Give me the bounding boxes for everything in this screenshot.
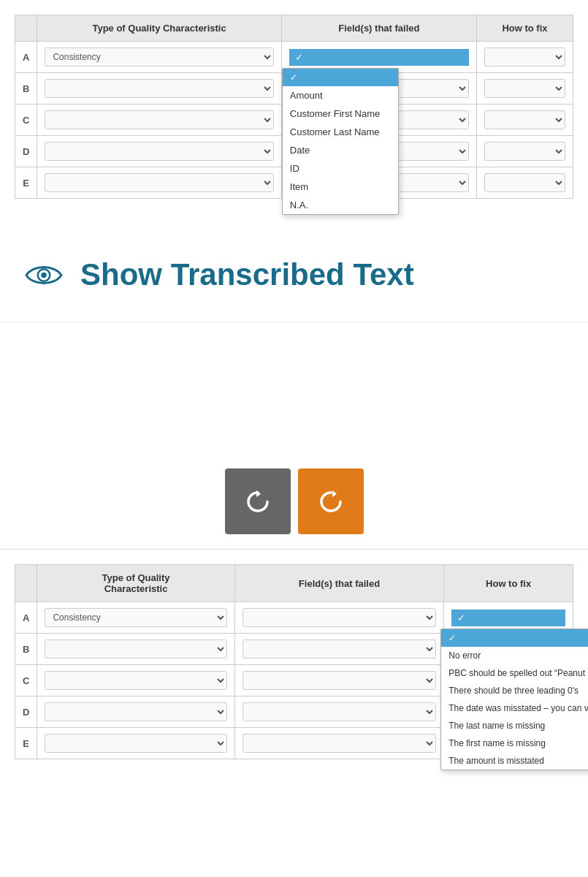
dd-label-date: Date xyxy=(290,145,310,156)
bot-type-select-d[interactable] xyxy=(45,702,226,721)
bdd-item-blank[interactable]: ✓ xyxy=(441,629,588,647)
bot-type-cell-b[interactable] xyxy=(37,634,234,665)
bot-type-cell-c[interactable] xyxy=(37,665,234,696)
dd-label-cust-last: Customer Last Name xyxy=(290,126,380,137)
bot-fields-cell-c[interactable] xyxy=(234,665,444,696)
type-select-a[interactable]: Consistency xyxy=(45,48,273,67)
bot-row-label-d: D xyxy=(15,696,37,728)
fix-select-b[interactable] xyxy=(484,79,565,98)
bot-fields-cell-b[interactable] xyxy=(234,634,444,665)
fix-select-a[interactable] xyxy=(484,48,565,67)
bdd-check-icon: ✓ xyxy=(448,633,456,643)
reset-icon xyxy=(243,487,272,516)
type-select-d[interactable] xyxy=(45,142,273,161)
type-select-b[interactable] xyxy=(45,79,273,98)
bot-fields-select-e[interactable] xyxy=(243,734,437,753)
fields-dropdown-a[interactable]: ✓ Amount Customer First Name Customer La… xyxy=(282,68,399,215)
fix-cell-d[interactable] xyxy=(476,136,573,167)
bdd-label-leading-zeros: There should be three leading 0's xyxy=(448,686,579,696)
bdd-item-date[interactable]: The date was misstated – you can verify … xyxy=(441,699,588,717)
bot-fields-select-b[interactable] xyxy=(243,639,437,658)
svg-marker-2 xyxy=(256,490,261,497)
bdd-item-amount[interactable]: The amount is misstated xyxy=(441,752,588,770)
fields-cell-a[interactable]: ✓ ✓ Amount Customer First Name xyxy=(281,42,476,73)
bdd-item-first-name[interactable]: The first name is missing xyxy=(441,734,588,752)
type-select-e[interactable] xyxy=(45,173,273,192)
bdd-item-last-name[interactable]: The last name is missing xyxy=(441,717,588,734)
col-fix-header: How to fix xyxy=(476,15,573,42)
bot-row-label-e: E xyxy=(15,728,37,759)
fix-cell-e[interactable] xyxy=(476,167,573,199)
fix-cell-b[interactable] xyxy=(476,73,573,105)
type-cell-b[interactable] xyxy=(37,73,281,105)
bdd-label-no-error: No error xyxy=(448,650,481,661)
top-quality-table: Type of Quality Characteristic Field(s) … xyxy=(15,15,573,199)
bot-fields-cell-a[interactable] xyxy=(234,602,444,634)
svg-point-1 xyxy=(41,272,47,278)
row-label-e: E xyxy=(15,167,37,199)
bot-row-label-b: B xyxy=(15,634,37,665)
bot-fix-dropdown-a[interactable]: ✓ No error PBC should be spelled out “Pe… xyxy=(440,629,588,770)
bot-fields-select-d[interactable] xyxy=(243,702,437,721)
bot-fix-cell-a[interactable]: ✓ ✓ No error PBC should be spelled out “… xyxy=(444,602,573,634)
bdd-label-amount: The amount is misstated xyxy=(448,756,544,766)
bot-type-cell-e[interactable] xyxy=(37,728,234,759)
fix-select-c[interactable] xyxy=(484,110,565,129)
transcribed-title: Show Transcribed Text xyxy=(80,257,414,292)
svg-marker-3 xyxy=(332,490,337,497)
col-row-label xyxy=(15,15,37,42)
bdd-label-pbc: PBC should be spelled out “Peanut Butter… xyxy=(448,668,588,678)
bottom-table-section: Type of QualityCharacteristic Field(s) t… xyxy=(0,550,588,774)
bot-type-cell-d[interactable] xyxy=(37,696,234,728)
bot-type-select-e[interactable] xyxy=(45,734,226,753)
dd-label-na: N.A. xyxy=(290,200,308,210)
check-icon: ✓ xyxy=(290,72,297,83)
bot-fields-cell-e[interactable] xyxy=(234,728,444,759)
type-cell-a[interactable]: Consistency xyxy=(37,42,281,73)
dd-item-amount[interactable]: Amount xyxy=(283,86,398,105)
fix-cell-a[interactable] xyxy=(476,42,573,73)
bot-type-cell-a[interactable]: Consistency xyxy=(37,602,234,634)
bdd-label-date: The date was misstated – you can verify … xyxy=(448,703,588,713)
bot-table-row: A Consistency ✓ xyxy=(15,602,573,634)
type-cell-c[interactable] xyxy=(37,105,281,136)
dd-item-cust-last[interactable]: Customer Last Name xyxy=(283,123,398,141)
dd-item-item[interactable]: Item xyxy=(283,178,398,196)
fix-cell-c[interactable] xyxy=(476,105,573,136)
bot-fields-select-c[interactable] xyxy=(243,671,437,690)
bot-fields-select-a[interactable] xyxy=(243,608,437,627)
bdd-item-pbc[interactable]: PBC should be spelled out “Peanut Butter… xyxy=(441,664,588,682)
col-type-header: Type of Quality Characteristic xyxy=(37,15,281,42)
fix-select-d[interactable] xyxy=(484,142,565,161)
bot-col-row-label xyxy=(15,565,37,602)
checkmark-icon: ✓ xyxy=(295,52,303,63)
bdd-item-no-error[interactable]: No error xyxy=(441,647,588,664)
type-cell-d[interactable] xyxy=(37,136,281,167)
row-label-d: D xyxy=(15,136,37,167)
bot-col-type-header: Type of QualityCharacteristic xyxy=(37,565,234,602)
bot-check-icon: ✓ xyxy=(457,612,465,623)
type-select-c[interactable] xyxy=(45,110,273,129)
top-table-section: Type of Quality Characteristic Field(s) … xyxy=(0,0,588,213)
bot-type-select-c[interactable] xyxy=(45,671,226,690)
bot-type-select-a[interactable]: Consistency xyxy=(45,608,226,627)
dd-item-cust-first[interactable]: Customer First Name xyxy=(283,105,398,123)
bot-type-select-b[interactable] xyxy=(45,639,226,658)
refresh-button[interactable] xyxy=(298,468,364,534)
reset-button[interactable] xyxy=(225,468,291,534)
type-cell-e[interactable] xyxy=(37,167,281,199)
bdd-item-leading-zeros[interactable]: There should be three leading 0's xyxy=(441,682,588,699)
dd-item-date[interactable]: Date xyxy=(283,141,398,159)
dd-item-id[interactable]: ID xyxy=(283,159,398,178)
bot-row-label-c: C xyxy=(15,665,37,696)
bdd-label-first-name: The first name is missing xyxy=(448,738,546,748)
fix-select-e[interactable] xyxy=(484,173,565,192)
dd-item-blank[interactable]: ✓ xyxy=(283,69,398,86)
row-label-b: B xyxy=(15,73,37,105)
transcribed-section[interactable]: Show Transcribed Text xyxy=(0,228,588,322)
bot-col-fields-header: Field(s) that failed xyxy=(234,565,444,602)
dd-item-na[interactable]: N.A. xyxy=(283,196,398,214)
dd-label-id: ID xyxy=(290,163,299,174)
bot-fields-cell-d[interactable] xyxy=(234,696,444,728)
col-fields-header: Field(s) that failed xyxy=(281,15,476,42)
